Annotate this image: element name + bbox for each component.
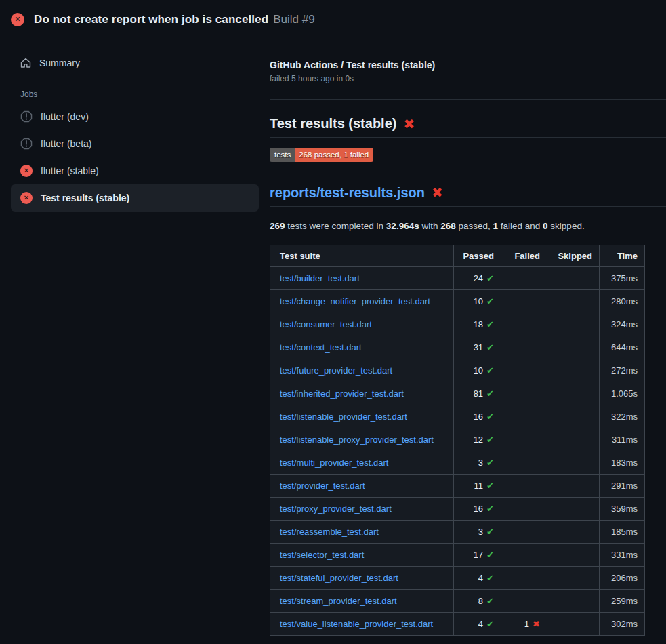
cell-passed: 17✔ bbox=[454, 543, 501, 566]
check-icon: ✔ bbox=[486, 296, 494, 306]
test-suite-link[interactable]: test/builder_test.dart bbox=[280, 273, 360, 283]
failed-x-icon: ✖ bbox=[432, 186, 443, 199]
check-icon: ✔ bbox=[486, 481, 494, 491]
cell-skipped bbox=[547, 497, 600, 520]
cell-test-suite: test/stateful_provider_test.dart bbox=[270, 566, 454, 589]
summary-text: skipped. bbox=[548, 221, 585, 231]
cell-skipped bbox=[547, 359, 600, 382]
test-suite-link[interactable]: test/stream_provider_test.dart bbox=[280, 596, 397, 606]
cell-time: 206ms bbox=[600, 566, 645, 589]
table-row: test/value_listenable_provider_test.dart… bbox=[270, 612, 645, 635]
check-icon: ✔ bbox=[486, 504, 494, 514]
test-suite-link[interactable]: test/listenable_proxy_provider_test.dart bbox=[280, 435, 434, 445]
column-header-failed: Failed bbox=[501, 245, 547, 266]
check-icon: ✔ bbox=[486, 527, 494, 537]
cell-skipped bbox=[547, 612, 600, 635]
passed-count: 31 bbox=[474, 342, 483, 353]
sidebar-item-summary[interactable]: Summary bbox=[11, 54, 259, 72]
check-icon: ✔ bbox=[486, 550, 494, 560]
cell-skipped bbox=[547, 266, 600, 289]
tests-badge: tests 268 passed, 1 failed bbox=[270, 148, 373, 162]
check-icon: ✔ bbox=[486, 573, 494, 583]
cell-failed bbox=[501, 405, 547, 428]
passed-count: 11 bbox=[474, 481, 484, 491]
test-suite-link[interactable]: test/inherited_provider_test.dart bbox=[280, 388, 404, 399]
test-suite-link[interactable]: test/multi_provider_test.dart bbox=[280, 458, 388, 468]
cell-test-suite: test/context_test.dart bbox=[270, 336, 454, 359]
cell-failed bbox=[501, 359, 547, 382]
test-suite-link[interactable]: test/value_listenable_provider_test.dart bbox=[280, 619, 433, 629]
check-icon: ✔ bbox=[486, 596, 494, 606]
cell-test-suite: test/proxy_provider_test.dart bbox=[270, 497, 454, 520]
cell-failed bbox=[501, 543, 547, 566]
table-row: test/selector_test.dart17✔331ms bbox=[270, 543, 645, 566]
section-title: Test results (stable) ✖ bbox=[270, 116, 666, 138]
cell-test-suite: test/future_provider_test.dart bbox=[270, 359, 454, 382]
run-status-text: failed 5 hours ago in 0s bbox=[270, 74, 666, 83]
report-title: reports/test-results.json ✖ bbox=[270, 185, 666, 207]
cell-skipped bbox=[547, 543, 600, 566]
cell-skipped bbox=[547, 336, 600, 359]
table-row: test/future_provider_test.dart10✔272ms bbox=[270, 359, 645, 382]
cell-failed bbox=[501, 289, 547, 313]
summary-number: 0 bbox=[543, 221, 548, 231]
cell-skipped bbox=[547, 520, 600, 543]
cell-passed: 3✔ bbox=[454, 451, 501, 474]
sidebar-item-flutter-stable[interactable]: ✕flutter (stable) bbox=[11, 157, 259, 184]
test-suite-link[interactable]: test/proxy_provider_test.dart bbox=[280, 504, 392, 514]
table-row: test/listenable_proxy_provider_test.dart… bbox=[270, 428, 645, 451]
report-file-link[interactable]: reports/test-results.json bbox=[270, 185, 425, 201]
cell-failed bbox=[501, 428, 547, 451]
cell-skipped bbox=[547, 428, 600, 451]
cell-test-suite: test/value_listenable_provider_test.dart bbox=[270, 612, 454, 635]
cell-failed: 1✖ bbox=[501, 612, 547, 635]
tests-badge-label: tests bbox=[270, 148, 295, 162]
test-suite-link[interactable]: test/listenable_provider_test.dart bbox=[280, 411, 407, 422]
table-row: test/inherited_provider_test.dart81✔1.06… bbox=[270, 382, 645, 405]
check-icon: ✔ bbox=[486, 388, 494, 399]
cell-time: 259ms bbox=[600, 589, 645, 612]
cell-passed: 16✔ bbox=[454, 497, 501, 520]
cell-skipped bbox=[547, 405, 600, 428]
test-suite-link[interactable]: test/reassemble_test.dart bbox=[280, 527, 379, 537]
cell-time: 331ms bbox=[600, 543, 645, 566]
build-title: Do not create report when job is cancell… bbox=[34, 13, 268, 26]
table-row: test/provider_test.dart11✔291ms bbox=[270, 474, 645, 497]
passed-count: 10 bbox=[474, 296, 483, 306]
sidebar-item-label: Test results (stable) bbox=[41, 193, 129, 203]
cell-failed bbox=[501, 589, 547, 612]
test-suite-link[interactable]: test/change_notifier_provider_test.dart bbox=[280, 296, 430, 306]
column-header-test-suite: Test suite bbox=[270, 245, 454, 266]
cancelled-octagon-icon bbox=[20, 110, 33, 123]
cell-test-suite: test/stream_provider_test.dart bbox=[270, 589, 454, 612]
test-suite-link[interactable]: test/context_test.dart bbox=[280, 342, 362, 353]
home-icon bbox=[20, 58, 31, 68]
check-icon: ✔ bbox=[486, 619, 494, 629]
test-suite-link[interactable]: test/provider_test.dart bbox=[280, 481, 365, 491]
cell-passed: 10✔ bbox=[454, 359, 501, 382]
cell-passed: 18✔ bbox=[454, 313, 501, 336]
sidebar-jobs-heading: Jobs bbox=[11, 89, 259, 99]
table-row: test/proxy_provider_test.dart16✔359ms bbox=[270, 497, 645, 520]
sidebar-item-flutter-dev[interactable]: flutter (dev) bbox=[11, 103, 259, 130]
cell-failed bbox=[501, 266, 547, 289]
test-suite-link[interactable]: test/selector_test.dart bbox=[280, 550, 364, 560]
check-icon: ✔ bbox=[486, 319, 494, 329]
cell-passed: 4✔ bbox=[454, 566, 501, 589]
sidebar-item-test-results-stable[interactable]: ✕Test results (stable) bbox=[11, 184, 259, 212]
table-row: test/consumer_test.dart18✔324ms bbox=[270, 313, 645, 336]
test-suite-link[interactable]: test/stateful_provider_test.dart bbox=[280, 573, 398, 583]
summary-number: 32.964s bbox=[386, 221, 419, 231]
check-icon: ✔ bbox=[486, 273, 494, 283]
test-suite-link[interactable]: test/future_provider_test.dart bbox=[280, 365, 392, 376]
test-suite-link[interactable]: test/consumer_test.dart bbox=[280, 319, 372, 329]
cell-failed bbox=[501, 313, 547, 336]
cell-time: 280ms bbox=[600, 289, 645, 313]
cell-failed bbox=[501, 566, 547, 589]
cell-passed: 24✔ bbox=[454, 266, 501, 289]
results-summary-text: 269 tests were completed in 32.964s with… bbox=[270, 221, 666, 231]
breadcrumb: GitHub Actions / Test results (stable) bbox=[270, 60, 666, 71]
table-row: test/change_notifier_provider_test.dart1… bbox=[270, 289, 645, 313]
sidebar-item-flutter-beta[interactable]: flutter (beta) bbox=[11, 130, 259, 157]
cell-time: 185ms bbox=[600, 520, 645, 543]
